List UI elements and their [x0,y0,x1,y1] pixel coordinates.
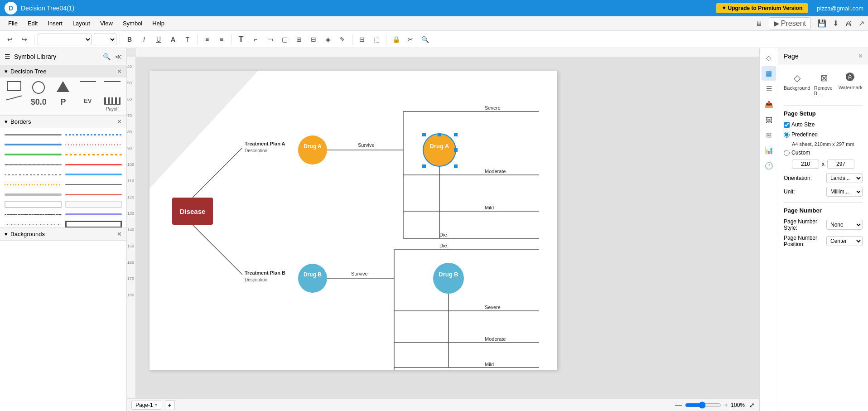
align-button[interactable]: ⊞ [293,33,305,46]
orientation-select[interactable]: Lands... [826,173,863,183]
background-button[interactable]: ◇ Background [784,70,810,99]
menu-help[interactable]: Help [148,18,169,29]
border-item-20[interactable] [64,220,123,227]
width-input[interactable] [792,160,819,169]
shape-circle[interactable] [28,81,49,94]
lock-button[interactable]: 🔒 [390,33,402,46]
shape-line1[interactable] [77,81,98,94]
page-tab[interactable]: Page-1 ▾ [131,401,161,410]
shape-line2[interactable] [102,81,123,94]
border-item-4[interactable] [64,140,123,149]
right-icon-7[interactable]: 📊 [762,143,776,158]
rounded-rect-button[interactable]: ▢ [278,33,291,46]
fill-button[interactable]: ◈ [322,33,334,46]
save-icon[interactable]: 💾 [817,19,826,28]
border-item-3[interactable] [4,140,63,149]
shape-p[interactable]: P [53,97,73,111]
right-icon-3[interactable]: ☰ [762,82,776,96]
text-style-button[interactable]: T [235,33,247,46]
dt-close-icon[interactable]: ✕ [117,68,122,75]
font-family-select[interactable] [38,34,92,45]
border-item-18[interactable] [64,210,123,218]
text-format-button[interactable]: T [181,33,194,46]
border-style-button[interactable]: ⬚ [370,33,383,46]
border-item-15[interactable] [4,200,63,208]
right-icon-5[interactable]: 🖼 [762,112,776,127]
distribute-button[interactable]: ⊟ [307,33,320,46]
zoom-in-button[interactable]: + [724,401,728,409]
add-page-button[interactable]: + [165,400,175,410]
border-item-16[interactable] [64,200,123,208]
undo-button[interactable]: ↩ [4,33,16,46]
border-item-1[interactable] [4,131,63,139]
search-icon[interactable]: 🔍 [103,53,111,60]
right-icon-2-active[interactable]: ▦ [762,66,776,81]
right-icon-6[interactable]: ⊞ [762,128,776,142]
menu-edit[interactable]: Edit [23,18,42,29]
print-icon[interactable]: 🖨 [845,19,852,28]
italic-button[interactable]: I [138,33,150,46]
border-item-5[interactable] [4,150,63,159]
page-canvas[interactable]: Disease Treatment Plan A Description Dru… [149,71,557,370]
line-style-button[interactable]: ⊟ [356,33,368,46]
borders-header[interactable]: ▾ Borders ✕ [0,116,126,128]
display-icon[interactable]: 🖥 [755,19,762,28]
shape-ev[interactable]: EV [77,97,98,111]
right-icon-4[interactable]: 📤 [762,97,776,111]
fullscreen-icon[interactable]: ⤢ [749,401,755,409]
watermark-button[interactable]: 🅐 Watermark [839,70,863,99]
bold-button[interactable]: B [123,33,136,46]
border-item-19[interactable] [4,220,63,227]
shape-rectangle[interactable] [4,81,24,94]
share-icon[interactable]: ↗ [858,19,864,28]
right-icon-8[interactable]: 🕐 [762,159,776,173]
right-icon-1[interactable]: ◇ [762,51,776,65]
menu-insert[interactable]: Insert [43,18,67,29]
shape-payoff[interactable]: Payoff [102,97,123,111]
shape-triangle[interactable] [53,81,73,94]
font-size-select[interactable] [94,34,116,45]
download-icon[interactable]: ⬇ [833,19,839,28]
border-item-2[interactable] [64,131,123,139]
rect-shape-button[interactable]: ▭ [264,33,276,46]
menu-file[interactable]: File [4,18,22,29]
page-number-style-select[interactable]: None [826,220,863,230]
menu-view[interactable]: View [96,18,117,29]
menu-symbol[interactable]: Symbol [118,18,147,29]
border-item-10[interactable] [64,170,123,179]
menu-layout[interactable]: Layout [68,18,95,29]
align-left-button[interactable]: ≡ [201,33,213,46]
borders-close-icon[interactable]: ✕ [117,118,122,125]
border-item-9[interactable] [4,170,63,179]
rp-close-button[interactable]: × [858,52,863,60]
unit-select[interactable]: Millim... [826,187,863,197]
shape-diagonal[interactable] [4,97,24,111]
border-item-12[interactable] [64,180,123,189]
search-button[interactable]: 🔍 [419,33,431,46]
border-item-14[interactable] [64,190,123,198]
border-item-6[interactable] [64,150,123,159]
upgrade-button[interactable]: ✦ Upgrade to Premium Version [716,3,808,13]
shape-dollar[interactable]: $0.0 [28,97,49,111]
backgrounds-header[interactable]: ▾ Backgrounds ✕ [0,228,126,240]
stroke-button[interactable]: ✎ [336,33,349,46]
predefined-radio[interactable] [784,132,790,138]
page-number-pos-select[interactable]: Center [826,236,863,246]
border-item-7[interactable] [4,160,63,169]
zoom-out-button[interactable]: — [675,401,682,409]
decision-tree-header[interactable]: ▾ Decision Tree ✕ [0,65,126,77]
font-color-button[interactable]: A [167,33,179,46]
custom-radio[interactable] [784,150,790,156]
border-item-8[interactable] [64,160,123,169]
present-button[interactable]: ▶ Present [769,17,811,29]
auto-size-checkbox[interactable] [784,122,790,128]
page-tab-arrow[interactable]: ▾ [155,402,157,407]
cut-button[interactable]: ✂ [404,33,417,46]
border-item-11[interactable] [4,180,63,189]
border-item-13[interactable] [4,190,63,198]
remove-bg-button[interactable]: ⊠ Remove B... [814,70,835,99]
redo-button[interactable]: ↪ [18,33,31,46]
zoom-slider[interactable] [685,401,721,409]
border-item-17[interactable] [4,210,63,218]
bg-close-icon[interactable]: ✕ [117,231,122,237]
